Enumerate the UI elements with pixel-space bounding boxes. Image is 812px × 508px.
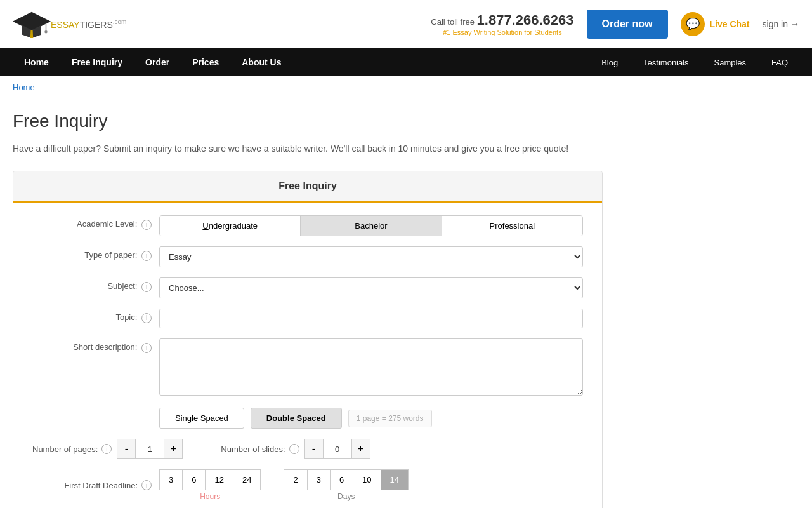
nav-free-inquiry[interactable]: Free Inquiry xyxy=(60,48,134,76)
subject-info-icon[interactable]: i xyxy=(141,282,152,292)
nav-order[interactable]: Order xyxy=(134,48,181,76)
nav-blog[interactable]: Blog xyxy=(590,49,629,76)
sign-in-button[interactable]: sign in → xyxy=(763,19,799,29)
breadcrumb: Home xyxy=(0,76,812,98)
deadline-6d-btn[interactable]: 6 xyxy=(330,469,353,490)
deadline-12h-btn[interactable]: 12 xyxy=(205,469,232,490)
pages-increment-btn[interactable]: + xyxy=(164,439,183,459)
deadline-24h-btn[interactable]: 24 xyxy=(233,469,261,490)
topic-info-icon[interactable]: i xyxy=(141,313,152,323)
short-description-textarea[interactable] xyxy=(159,338,583,396)
live-chat-button[interactable]: 💬 Live Chat xyxy=(681,12,750,36)
subject-row: Subject: i Choose... English History Sci… xyxy=(32,277,583,298)
subject-select[interactable]: Choose... English History Science Mathem… xyxy=(159,277,583,298)
deadline-days-label: Days xyxy=(284,490,409,501)
deadline-6h-btn[interactable]: 6 xyxy=(182,469,205,490)
call-info: Call toll free 1.877.266.6263 #1 Essay W… xyxy=(431,12,573,36)
deadline-info-icon[interactable]: i xyxy=(141,480,152,490)
breadcrumb-home-link[interactable]: Home xyxy=(13,83,35,92)
level-professional-btn[interactable]: Professional xyxy=(442,216,582,236)
chat-icon: 💬 xyxy=(681,12,705,36)
deadline-14d-btn[interactable]: 14 xyxy=(381,469,409,490)
nav-about-us[interactable]: About Us xyxy=(230,48,292,76)
topic-label: Topic: i xyxy=(32,309,159,323)
pages-decrement-btn[interactable]: - xyxy=(117,439,136,459)
logo-tigers-text: TIGERS xyxy=(80,19,113,29)
site-header: ESSAYTIGERS.com Call toll free 1.877.266… xyxy=(0,0,812,48)
logo-icon xyxy=(13,6,51,41)
form-header: Free Inquiry xyxy=(13,171,602,203)
slides-group: Number of slides: i - 0 + xyxy=(221,439,370,459)
deadline-hours-label: Hours xyxy=(159,490,261,501)
topic-field xyxy=(159,309,583,328)
svg-marker-4 xyxy=(30,30,34,38)
form-body: Academic Level: i Undergraduate Bachelor… xyxy=(13,203,602,508)
academic-level-row: Academic Level: i Undergraduate Bachelor… xyxy=(32,215,583,236)
pages-group: Number of pages: i - 1 + xyxy=(32,439,183,459)
nav-home[interactable]: Home xyxy=(13,48,60,76)
nav-prices[interactable]: Prices xyxy=(181,48,230,76)
type-of-paper-field: Essay Research Paper Term Paper Thesis D… xyxy=(159,246,583,267)
slides-value: 0 xyxy=(324,439,351,459)
type-of-paper-row: Type of paper: i Essay Research Paper Te… xyxy=(32,246,583,267)
short-description-info-icon[interactable]: i xyxy=(141,343,152,353)
slides-decrement-btn[interactable]: - xyxy=(304,439,324,459)
academic-level-buttons: Undergraduate Bachelor Professional xyxy=(159,215,583,236)
sign-in-arrow-icon: → xyxy=(790,19,799,29)
level-bachelor-btn[interactable]: Bachelor xyxy=(301,216,442,236)
live-chat-label: Live Chat xyxy=(710,19,750,29)
page-description: Have a difficult paper? Submit an inquir… xyxy=(13,142,685,156)
type-of-paper-select[interactable]: Essay Research Paper Term Paper Thesis D… xyxy=(159,246,583,267)
spacing-row: Single Spaced Double Spaced 1 page = 275… xyxy=(159,408,583,429)
logo[interactable]: ESSAYTIGERS.com xyxy=(13,6,126,41)
main-content: Free Inquiry Have a difficult paper? Sub… xyxy=(0,98,698,508)
deadline-label: First Draft Deadline: i xyxy=(32,480,159,490)
type-of-paper-info-icon[interactable]: i xyxy=(141,251,152,261)
slides-increment-btn[interactable]: + xyxy=(351,439,370,459)
call-text-label: Call toll free xyxy=(431,17,475,27)
page-title: Free Inquiry xyxy=(13,111,685,131)
nav-faq[interactable]: FAQ xyxy=(760,49,799,76)
deadline-row: First Draft Deadline: i 3 6 12 24 Hours xyxy=(32,469,583,501)
nav-samples[interactable]: Samples xyxy=(703,49,758,76)
sign-in-label: sign in xyxy=(763,19,788,29)
slides-info-icon[interactable]: i xyxy=(289,444,299,454)
deadline-hours-buttons: 3 6 12 24 xyxy=(159,469,261,490)
single-spaced-btn[interactable]: Single Spaced xyxy=(159,408,244,429)
topic-row: Topic: i xyxy=(32,309,583,328)
words-hint: 1 page = 275 words xyxy=(348,410,432,427)
deadline-days-group: 2 3 6 10 14 Days xyxy=(284,469,409,501)
deadline-3h-btn[interactable]: 3 xyxy=(159,469,182,490)
level-undergraduate-btn[interactable]: Undergraduate xyxy=(160,216,301,236)
main-nav: Home Free Inquiry Order Prices About Us … xyxy=(0,48,812,76)
deadline-days-buttons: 2 3 6 10 14 xyxy=(284,469,409,490)
subject-label: Subject: i xyxy=(32,277,159,292)
pages-label: Number of pages: i xyxy=(32,444,112,454)
call-number: 1.877.266.6263 xyxy=(477,12,574,28)
topic-input[interactable] xyxy=(159,309,583,328)
academic-level-field: Undergraduate Bachelor Professional xyxy=(159,215,583,236)
pages-stepper: - 1 + xyxy=(117,439,183,459)
short-description-row: Short description: i xyxy=(32,338,583,398)
call-sub: #1 Essay Writing Solution for Students xyxy=(431,29,573,36)
type-of-paper-label: Type of paper: i xyxy=(32,246,159,261)
logo-essay-text: ESSAY xyxy=(51,19,80,29)
nav-testimonials[interactable]: Testimonials xyxy=(632,49,700,76)
academic-level-info-icon[interactable]: i xyxy=(141,220,152,230)
double-spaced-btn[interactable]: Double Spaced xyxy=(251,408,342,429)
deadline-hours-group: 3 6 12 24 Hours xyxy=(159,469,261,501)
svg-point-3 xyxy=(44,30,48,34)
subject-field: Choose... English History Science Mathem… xyxy=(159,277,583,298)
pages-value: 1 xyxy=(136,439,164,459)
deadline-10d-btn[interactable]: 10 xyxy=(353,469,380,490)
deadline-3d-btn[interactable]: 3 xyxy=(307,469,330,490)
pages-info-icon[interactable]: i xyxy=(102,444,112,454)
short-description-field xyxy=(159,338,583,398)
academic-level-label: Academic Level: i xyxy=(32,215,159,230)
order-now-button[interactable]: Order now xyxy=(587,10,668,39)
inquiry-form-box: Free Inquiry Academic Level: i Undergrad… xyxy=(13,171,603,508)
deadline-controls: 3 6 12 24 Hours 2 3 6 10 14 xyxy=(159,469,409,501)
deadline-2d-btn[interactable]: 2 xyxy=(284,469,306,490)
slides-label: Number of slides: i xyxy=(221,444,299,454)
short-description-label: Short description: i xyxy=(32,338,159,353)
